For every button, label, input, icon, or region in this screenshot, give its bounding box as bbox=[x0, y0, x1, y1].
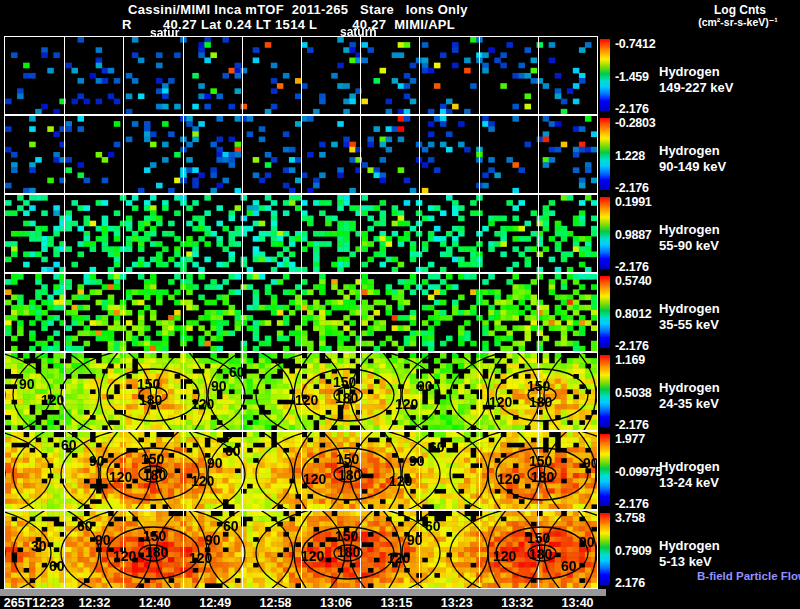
colorbar-min-label: -2.176 bbox=[615, 497, 649, 511]
energy-range-label: 35-55 keV bbox=[659, 317, 720, 333]
colorbar-min-label: -2.176 bbox=[615, 260, 649, 274]
spectrogram-panel-35-55-keV bbox=[4, 273, 598, 352]
colorbar bbox=[600, 197, 610, 269]
species-label: Hydrogen bbox=[659, 301, 720, 317]
energy-channel-label: Hydrogen55-90 keV bbox=[659, 222, 720, 254]
time-tick-label: 13:23 bbox=[441, 596, 473, 609]
colorbar-max-label: 0.5740 bbox=[615, 274, 651, 288]
colorbar-max-label: 0.1991 bbox=[615, 195, 651, 209]
colorbar-max-label: -0.7412 bbox=[615, 37, 655, 51]
energy-range-label: 24-35 keV bbox=[659, 396, 720, 412]
colorbar bbox=[600, 118, 610, 190]
cassini-mimi-plot: Cassini/MIMI Inca mTOF 2011-265 Stare Io… bbox=[0, 0, 800, 609]
time-axis-bar bbox=[0, 589, 606, 596]
species-label: Hydrogen bbox=[659, 64, 733, 80]
bfield-particle-flow-label: B-field Particle Flow bbox=[697, 570, 800, 582]
spectrogram-canvas bbox=[5, 116, 597, 193]
time-tick-label: 13:40 bbox=[562, 596, 594, 609]
species-label: Hydrogen bbox=[659, 459, 720, 475]
colorbar-units-formula: (cm²-sr-s-keV)⁻¹ bbox=[668, 17, 800, 28]
saturn-marker-right: saturn bbox=[340, 26, 377, 39]
colorbar-min-label: -2.176 bbox=[615, 102, 649, 116]
colorbar-mid-label: 0.7909 bbox=[615, 544, 651, 558]
colorbar-mid-label: 0.8012 bbox=[615, 307, 651, 321]
spectrogram-canvas bbox=[5, 274, 597, 351]
time-tick-label: 12:40 bbox=[139, 596, 171, 609]
colorbar-min-label: -2.176 bbox=[615, 339, 649, 353]
colorbar-mid-label: 1.228 bbox=[615, 149, 645, 163]
colorbar-max-label: 3.758 bbox=[615, 511, 645, 525]
spectrogram-canvas bbox=[5, 511, 597, 588]
energy-channel-label: Hydrogen13-24 keV bbox=[659, 459, 720, 491]
spectrogram-panel-90-149-keV bbox=[4, 115, 598, 194]
energy-range-label: 90-149 keV bbox=[659, 159, 726, 175]
colorbar bbox=[600, 513, 610, 585]
spectrogram-canvas bbox=[5, 353, 597, 430]
colorbar bbox=[600, 355, 610, 427]
spectrogram-canvas bbox=[5, 432, 597, 509]
species-label: Hydrogen bbox=[659, 538, 720, 554]
species-label: Hydrogen bbox=[659, 380, 720, 396]
colorbar-max-label: 1.977 bbox=[615, 432, 645, 446]
energy-range-label: 13-24 keV bbox=[659, 475, 720, 491]
colorbar-mid-label: 0.5038 bbox=[615, 386, 651, 400]
spectrogram-canvas bbox=[5, 37, 597, 114]
colorbar-min-label: -2.176 bbox=[615, 418, 649, 432]
colorbar-max-label: -0.2803 bbox=[615, 116, 655, 130]
time-tick-label: 12:49 bbox=[199, 596, 231, 609]
spectrogram-canvas bbox=[5, 195, 597, 272]
colorbar-mid-label: 0.9887 bbox=[615, 228, 651, 242]
spectrogram-panel-5-13-keV bbox=[4, 510, 598, 589]
time-tick-label: 265T12:23 bbox=[4, 596, 64, 609]
colorbar-units-title: Log Cnts bbox=[705, 4, 775, 17]
colorbar-min-label: -2.176 bbox=[615, 181, 649, 195]
time-tick-label: 12:58 bbox=[260, 596, 292, 609]
energy-channel-label: Hydrogen90-149 keV bbox=[659, 143, 726, 175]
spectrogram-panel-24-35-keV bbox=[4, 352, 598, 431]
energy-channel-label: Hydrogen149-227 keV bbox=[659, 64, 733, 96]
energy-range-label: 5-13 keV bbox=[659, 554, 720, 570]
time-tick-label: 13:06 bbox=[320, 596, 352, 609]
species-label: Hydrogen bbox=[659, 143, 726, 159]
energy-channel-label: Hydrogen24-35 keV bbox=[659, 380, 720, 412]
colorbar-mid-label: -1.459 bbox=[615, 70, 649, 84]
plot-title: Cassini/MIMI Inca mTOF 2011-265 Stare Io… bbox=[128, 3, 468, 17]
energy-channel-label: Hydrogen5-13 keV bbox=[659, 538, 720, 570]
colorbar bbox=[600, 39, 610, 111]
colorbar-max-label: 1.169 bbox=[615, 353, 645, 367]
colorbar-mid-label: -0.09975 bbox=[615, 465, 662, 479]
time-tick-label: 12:32 bbox=[78, 596, 110, 609]
colorbar bbox=[600, 434, 610, 506]
spectrogram-panel-55-90-keV bbox=[4, 194, 598, 273]
colorbar bbox=[600, 276, 610, 348]
time-tick-label: 13:15 bbox=[380, 596, 412, 609]
colorbar-min-label: 2.176 bbox=[615, 576, 645, 590]
time-tick-label: 13:32 bbox=[501, 596, 533, 609]
energy-range-label: 55-90 keV bbox=[659, 238, 720, 254]
energy-channel-label: Hydrogen35-55 keV bbox=[659, 301, 720, 333]
saturn-marker-left: satur bbox=[150, 27, 179, 40]
energy-range-label: 149-227 keV bbox=[659, 80, 733, 96]
spectrogram-panel-13-24-keV bbox=[4, 431, 598, 510]
spectrogram-panel-149-227-keV bbox=[4, 36, 598, 115]
species-label: Hydrogen bbox=[659, 222, 720, 238]
